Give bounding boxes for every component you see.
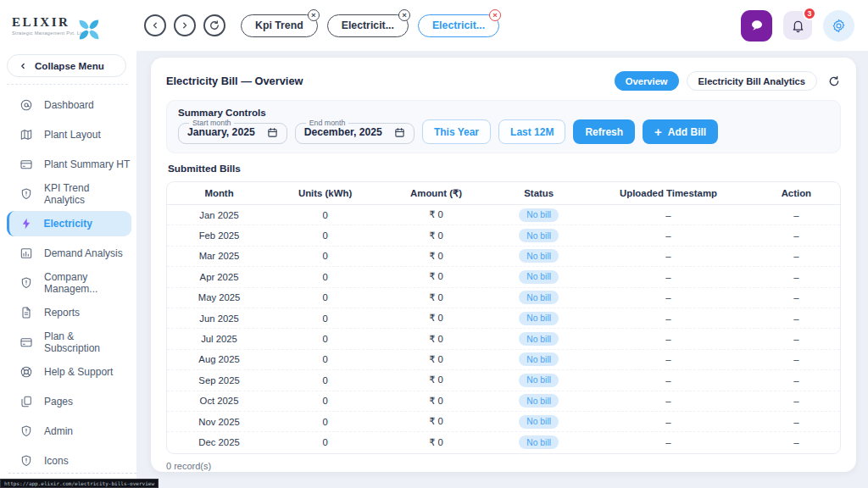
column-header-status: Status <box>493 188 584 198</box>
forward-button[interactable] <box>174 14 196 36</box>
window-tab-2[interactable]: Electricit...× <box>327 14 409 37</box>
chat-button[interactable] <box>741 10 772 42</box>
start-month-field[interactable]: Start month January, 2025 <box>178 119 287 144</box>
cell-month: Sep 2025 <box>167 375 271 385</box>
logo-tagline: Strategic Management Pvt. Ltd. <box>12 30 134 36</box>
cell-status: No bill <box>493 352 584 366</box>
shield-icon <box>19 454 33 468</box>
content-card: Electricity Bill — Overview Overview Ele… <box>151 58 856 472</box>
back-button[interactable] <box>144 14 166 36</box>
collapse-menu-button[interactable]: Collapse Menu <box>7 54 126 77</box>
card-icon <box>19 336 33 349</box>
column-header-units-kwh: Units (kWh) <box>271 188 379 198</box>
tab-label: Electricit... <box>432 19 485 31</box>
pinwheel-logo-icon <box>75 15 103 47</box>
sidebar-item-company-managem[interactable]: Company Managem... <box>7 270 131 296</box>
end-month-field[interactable]: End month December, 2025 <box>295 119 415 144</box>
cell-amount: ₹ 0 <box>379 416 493 427</box>
cell-status: No bill <box>493 229 584 242</box>
cell-units: 0 <box>271 292 379 302</box>
close-icon[interactable]: × <box>308 9 320 21</box>
cell-month: Nov 2025 <box>167 417 271 427</box>
table-row: Apr 20250₹ 0No bill–– <box>167 267 840 287</box>
column-header-action: Action <box>753 188 840 198</box>
notifications-button[interactable]: 3 <box>783 11 812 40</box>
sidebar-item-dashboard[interactable]: Dashboard <box>7 92 131 118</box>
cell-timestamp: – <box>584 417 753 427</box>
window-tab-1[interactable]: Kpi Trend× <box>241 14 318 37</box>
cell-timestamp: – <box>584 437 753 447</box>
sidebar-item-icons[interactable]: Icons <box>7 448 131 474</box>
summary-controls-row: Start month January, 2025 End month Dece… <box>178 119 829 144</box>
cell-amount: ₹ 0 <box>379 209 493 220</box>
shield-icon <box>19 187 33 201</box>
sidebar-item-label: Plan & Subscription <box>44 330 131 354</box>
lifebuoy-icon <box>19 365 33 379</box>
close-icon[interactable]: × <box>398 9 410 21</box>
window-tab-3[interactable]: Electricit...× <box>418 14 499 37</box>
sidebar-item-electricity[interactable]: Electricity <box>7 211 131 236</box>
sidebar-item-demand-analysis[interactable]: Demand Analysis <box>7 241 131 266</box>
add-bill-button[interactable]: + Add Bill <box>643 119 718 144</box>
table-row: Jun 20250₹ 0No bill–– <box>167 308 840 329</box>
cell-month: Jun 2025 <box>167 313 271 324</box>
window-tabs: Kpi Trend×Electricit...×Electricit...× <box>241 14 499 37</box>
cell-timestamp: – <box>584 396 753 406</box>
reset-view-button[interactable] <box>827 75 841 88</box>
sidebar-item-reports[interactable]: Reports <box>7 300 131 325</box>
cell-month: May 2025 <box>167 292 271 302</box>
sidebar-item-pages[interactable]: Pages <box>7 389 131 414</box>
sidebar-item-admin[interactable]: Admin <box>7 419 131 444</box>
cell-action: – <box>753 354 840 364</box>
reload-icon <box>209 19 220 31</box>
sidebar-item-plant-summary-ht[interactable]: Plant Summary HT <box>7 152 131 177</box>
start-month-value: January, 2025 <box>187 126 255 138</box>
sidebar-item-label: Dashboard <box>44 99 94 111</box>
collapse-menu-label: Collapse Menu <box>35 60 104 71</box>
tab-overview[interactable]: Overview <box>615 71 679 91</box>
cell-month: Oct 2025 <box>167 396 271 406</box>
cell-action: – <box>753 417 840 427</box>
sidebar-item-label: Electricity <box>44 218 92 230</box>
submitted-bills-heading: Submitted Bills <box>168 163 839 175</box>
chat-bubble-icon <box>748 17 765 34</box>
refresh-button[interactable]: Refresh <box>573 119 635 144</box>
tab-electricity-bill-analytics[interactable]: Electricity Bill Analytics <box>687 71 817 91</box>
last-12m-button[interactable]: Last 12M <box>498 119 565 144</box>
cell-status: No bill <box>493 332 584 346</box>
cell-amount: ₹ 0 <box>379 230 493 241</box>
refresh-icon <box>827 75 841 88</box>
sidebar-item-help-support[interactable]: Help & Support <box>7 359 131 385</box>
cell-timestamp: – <box>584 313 753 324</box>
status-url-tooltip: https://app.elixir.com/electricity-bills… <box>0 479 159 488</box>
cell-month: Aug 2025 <box>167 354 271 364</box>
cell-units: 0 <box>271 210 379 220</box>
cell-action: – <box>753 375 840 385</box>
sidebar: Collapse Menu DashboardPlant LayoutPlant… <box>0 51 136 488</box>
plus-icon: + <box>654 125 662 138</box>
cell-timestamp: – <box>584 230 753 241</box>
add-bill-label: Add Bill <box>668 126 706 138</box>
sidebar-item-plant-layout[interactable]: Plant Layout <box>7 122 131 147</box>
close-icon[interactable]: × <box>489 9 501 21</box>
bell-icon <box>791 19 805 33</box>
table-row: Feb 20250₹ 0No bill–– <box>167 225 840 246</box>
status-badge: No bill <box>519 394 559 408</box>
sidebar-item-label: Help & Support <box>44 366 113 378</box>
sidebar-item-label: Plant Layout <box>44 129 101 141</box>
settings-button[interactable] <box>823 10 854 42</box>
cell-units: 0 <box>271 396 379 406</box>
cell-units: 0 <box>271 251 379 261</box>
this-year-button[interactable]: This Year <box>422 119 491 144</box>
top-header: ELIXIR Strategic Management Pvt. Ltd. <box>0 0 868 51</box>
end-month-value: December, 2025 <box>304 126 382 138</box>
reload-button[interactable] <box>203 14 225 36</box>
cell-units: 0 <box>271 375 379 385</box>
status-badge: No bill <box>519 312 559 325</box>
sidebar-item-plan-subscription[interactable]: Plan & Subscription <box>7 330 131 355</box>
gear-icon <box>831 18 847 34</box>
status-badge: No bill <box>519 249 559 263</box>
table-body: Jan 20250₹ 0No bill––Feb 20250₹ 0No bill… <box>167 205 840 453</box>
sidebar-item-kpi-trend-analytics[interactable]: KPI Trend Analytics <box>7 181 131 207</box>
cell-amount: ₹ 0 <box>379 374 493 385</box>
